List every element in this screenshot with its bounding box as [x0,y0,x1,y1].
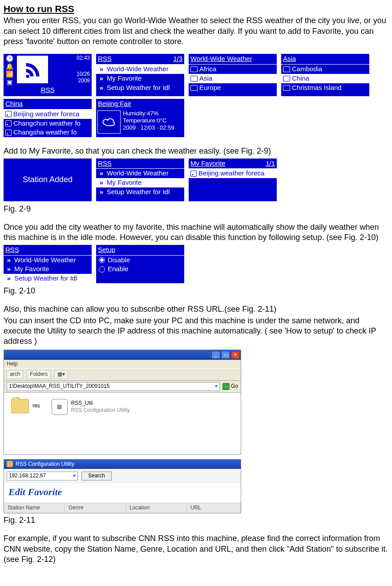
figure-caption-2-9: Fig. 2-9 [4,204,388,214]
chevron-icon: » [98,74,105,83]
chevron-icon: » [98,65,105,73]
menu-item[interactable]: My Favorite [14,265,49,273]
tile-date1: 10/26 [77,71,90,77]
radio-disable[interactable]: Disable [96,256,184,265]
menu-item[interactable]: My Favorite [107,179,141,187]
toolbar-folders-button[interactable]: Folders [27,370,51,379]
tile-date2: 2009 [78,77,90,84]
menu-item[interactable]: Setup Weather for Idl [107,84,170,92]
go-arrow-icon: → [222,383,230,390]
weather-humidity: Humidity:47% [123,110,174,117]
radio-icon [99,257,105,263]
go-button[interactable]: →Go [222,383,238,390]
region-item[interactable]: Europe [199,84,221,92]
weather-timestamp: 2009 · 12/03 · 02:59 [123,124,174,131]
cnn-paragraph: For example, if you want to subscribe CN… [4,533,388,565]
screen-rss-menu-3: RSS »World-Wide Weather »My Favorite »Se… [4,245,92,283]
city-item[interactable]: Beijing weather foreca [13,110,79,118]
dropdown-icon[interactable]: ▾ [215,383,218,390]
search-button[interactable]: Search [81,472,112,480]
menu-item[interactable]: Setup Weather for Idl [107,188,170,196]
edit-favorite-heading: Edit Favorite [8,486,62,497]
weather-heading: Beijing:Fair [96,99,184,109]
cloud-icon [97,110,121,134]
menu-pager: 1/3 [173,55,182,63]
fav-item[interactable]: Beijing weather foreca [198,169,264,178]
address-path: 1\Desktop\MAA_RSS_UTILITY_20091015 [9,383,109,390]
weather-temp: Temperature:0°C [123,117,174,124]
folder-icon [190,66,198,72]
screen-myfavorite: My Favorite1/1 Beijing weather foreca [189,159,277,201]
close-button[interactable]: ✕ [231,351,240,359]
clock-icon: 🕑 [6,55,13,63]
setup-title: Setup [98,246,115,254]
tile-time: 02:43 [77,55,90,61]
station-added-text: Station Added [4,159,92,201]
folder-icon [190,76,198,81]
country-item[interactable]: Cambodia [292,65,322,73]
explorer-folder-item[interactable]: res [11,399,40,413]
rss-logo-icon [17,56,48,83]
country-item[interactable]: Christmas Island [292,84,342,92]
region-item[interactable]: Africa [199,65,216,73]
menu-item[interactable]: Setup Weather for Idl [14,274,77,283]
menu-item[interactable]: World-Wide Weather [14,256,76,265]
rss-icon [5,130,12,136]
bell-icon: 🔔 [6,63,13,71]
minimize-button[interactable]: _ [211,351,220,359]
file-name: RSS_Util [71,400,130,407]
chevron-icon: » [98,84,105,92]
city-item[interactable]: Changsha weather fo [13,128,77,137]
folder-icon [11,399,29,413]
screen-station-added: Station Added [4,159,92,201]
ip-value: 192.168.122.67 [9,472,46,480]
intro-paragraph: When you enter RSS, you can go World-Wid… [4,16,388,47]
screen-rss-menu: RSS1/3 »World-Wide Weather »My Favorite … [96,54,184,96]
util-title: RSS Configuration Utility [16,461,74,468]
rss-icon [5,120,12,126]
ip-combo[interactable]: 192.168.122.67▾ [7,472,78,480]
maximize-button[interactable]: ▭ [221,351,230,359]
application-icon: ▦ [52,399,68,415]
favorite-paragraph: Add to My Favorite, so that you can chec… [4,146,388,156]
rss-icon [190,171,197,177]
signal-icon: 📶 [6,70,13,78]
screen-rss-menu-2: RSS »World-Wide Weather »My Favorite »Se… [96,159,184,201]
col-location: Location [126,503,187,513]
menu-item[interactable]: My Favorite [107,74,141,83]
address-bar[interactable]: 1\Desktop\MAA_RSS_UTILITY_20091015 ▾ [7,382,220,391]
explorer-file-item[interactable]: ▦ RSS_Util RSS Configuration Utility [52,399,130,415]
col-station-name: Station Name [4,503,65,513]
regions-title: World-Wide Weather [190,55,252,63]
menu-item[interactable]: World-Wide Weather [107,65,169,73]
folder-icon [283,85,290,91]
toolbar-search-button[interactable]: arch [7,370,23,379]
figure-caption-2-10: Fig. 2-10 [4,286,388,296]
radio-enable[interactable]: Enable [96,265,184,274]
fav-pager: 1/1 [266,159,275,168]
radio-icon [99,266,105,273]
radio-label: Enable [108,265,129,273]
screen-rss-home: 🕑 🔔 📶 ▣ 02:43 10/26 2009 RSS [4,54,92,96]
explorer-window: _ ▭ ✕ Help arch Folders ▦▾ 1\Desktop\MAA… [4,350,241,455]
country-item[interactable]: China [292,74,309,83]
menu-title: RSS [5,246,19,254]
chevron-icon: » [5,256,12,265]
idle-paragraph: Once you add the city weather to my favo… [4,222,388,243]
subscribe-paragraph-1: Also, this machine can allow you to subs… [4,304,388,314]
screenshot-row-1b: China Beijing weather foreca Changchun w… [4,99,388,137]
region-item[interactable]: Asia [199,74,212,83]
menu-item[interactable]: World-Wide Weather [107,169,169,178]
page-title: How to run RSS [4,3,388,15]
file-description: RSS Configuration Utility [71,407,130,414]
toolbar-view-button[interactable]: ▦▾ [54,370,68,379]
screen-weather-detail: Beijing:Fair Humidity:47% Temperature:0°… [96,99,184,137]
screenshot-row-2: Station Added RSS »World-Wide Weather »M… [4,159,388,201]
col-genre: Genre [65,503,126,513]
col-url: URL [187,503,241,513]
radio-label: Disable [108,256,130,265]
go-label: Go [231,383,238,390]
city-item[interactable]: Changchun weather fo [13,119,81,128]
rss-icon [5,111,12,117]
menu-help[interactable]: Help [7,361,18,367]
